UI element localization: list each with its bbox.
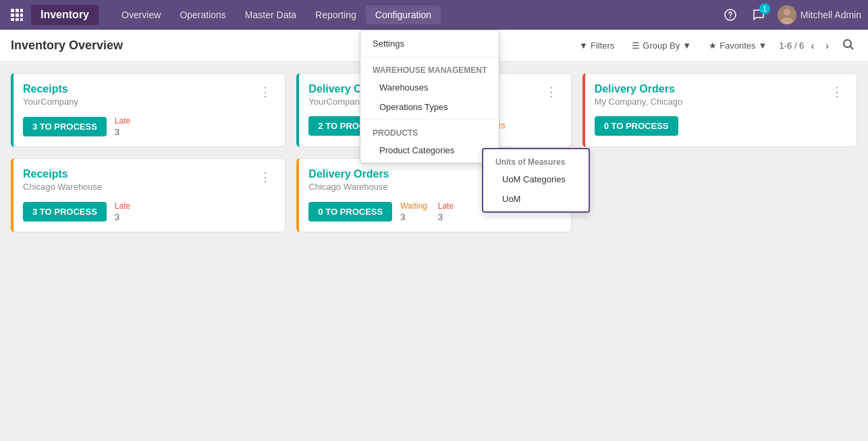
svg-line-15 — [850, 46, 854, 49]
svg-rect-2 — [20, 9, 23, 12]
pagination-prev[interactable]: ‹ — [807, 38, 818, 53]
menu-item-product-categories[interactable]: Product Categories — [360, 140, 499, 160]
svg-rect-1 — [16, 9, 19, 12]
avatar — [778, 5, 796, 24]
nav-item-operations[interactable]: Operations — [170, 5, 235, 24]
card-menu-btn[interactable]: ⋮ — [255, 168, 275, 186]
svg-rect-4 — [16, 14, 19, 17]
search-icon[interactable] — [840, 36, 857, 56]
card-subtitle: My Company, Chicago — [595, 97, 683, 107]
menu-item-uom-categories[interactable]: UoM Categories — [483, 170, 589, 189]
card-menu-btn[interactable]: ⋮ — [541, 83, 562, 101]
chat-badge: 1 — [759, 3, 770, 14]
grid-menu-icon[interactable] — [7, 5, 27, 25]
svg-rect-6 — [11, 18, 14, 21]
menu-item-uom[interactable]: UoM — [483, 189, 589, 209]
card-subtitle: Chicago Warehouse — [308, 182, 389, 192]
card-delivery-chicago: Delivery Orders My Company, Chicago ⋮ 0 … — [582, 73, 857, 147]
card-menu-btn[interactable]: ⋮ — [827, 83, 847, 101]
nav-item-reporting[interactable]: Reporting — [306, 5, 366, 24]
svg-rect-0 — [11, 9, 14, 12]
stat-value-late: 3 — [115, 212, 130, 222]
topbar-nav: Overview Operations Master Data Reportin… — [112, 5, 721, 24]
topbar-right: 1 Mitchell Admin — [721, 5, 861, 24]
card-title: Receipts — [23, 168, 102, 180]
card-title: Receipts — [23, 83, 78, 95]
process-button[interactable]: 0 TO PROCESS — [595, 116, 678, 136]
svg-rect-8 — [20, 18, 23, 21]
card-menu-btn[interactable]: ⋮ — [255, 83, 275, 101]
menu-section-products: Products — [360, 123, 499, 140]
nav-item-overview[interactable]: Overview — [112, 5, 170, 24]
help-icon[interactable] — [721, 5, 740, 24]
process-button[interactable]: 3 TO PROCESS — [23, 202, 107, 222]
configuration-dropdown: Settings Warehouse Management Warehouses… — [360, 30, 499, 163]
group-by-button[interactable]: ☰ Group By ▼ — [626, 38, 697, 53]
card-receipts-yourcompany: Receipts YourCompany ⋮ 3 TO PROCESS Late… — [11, 73, 286, 147]
process-button[interactable]: 3 TO PROCESS — [23, 117, 107, 136]
menu-item-settings[interactable]: Settings — [360, 33, 499, 54]
user-menu[interactable]: Mitchell Admin — [778, 5, 861, 24]
favorites-button[interactable]: ★ Favorites ▼ — [703, 38, 772, 53]
chat-icon[interactable]: 1 — [749, 5, 768, 24]
stat-label-late: Late — [115, 201, 130, 211]
app-name[interactable]: Inventory — [31, 5, 99, 25]
sub-dropdown-label: Units of Measures — [483, 152, 589, 170]
user-name: Mitchell Admin — [801, 9, 861, 20]
stat-label-late: Late — [438, 201, 454, 211]
card-subtitle: Chicago Warehouse — [23, 182, 102, 192]
pagination-next[interactable]: › — [821, 38, 833, 53]
sub-nav-right: ▼ Filters ☰ Group By ▼ ★ Favorites ▼ 1-6… — [574, 36, 857, 56]
stat-value-late: 3 — [115, 127, 130, 137]
card-stats: Late 3 — [115, 116, 275, 137]
svg-point-10 — [730, 18, 731, 19]
svg-point-12 — [784, 9, 790, 16]
filters-button[interactable]: ▼ Filters — [574, 38, 620, 53]
card-title: Delivery Orders — [308, 168, 389, 180]
units-sub-dropdown: Units of Measures UoM Categories UoM — [482, 148, 590, 213]
topbar: Inventory Overview Operations Master Dat… — [0, 0, 868, 30]
card-title: Delivery Orders — [595, 83, 683, 95]
svg-rect-5 — [20, 14, 23, 17]
page-title: Inventory Overview — [11, 38, 123, 53]
menu-item-warehouses[interactable]: Warehouses — [360, 78, 499, 97]
process-button[interactable]: 0 TO PROCESS — [308, 202, 392, 222]
nav-item-configuration[interactable]: Configuration — [366, 5, 441, 24]
menu-item-operations-types[interactable]: Operations Types — [360, 97, 499, 117]
stat-value-late: 3 — [438, 212, 454, 222]
svg-rect-3 — [11, 14, 14, 17]
stat-label-waiting: Waiting — [400, 201, 427, 211]
card-stats: Late 3 — [115, 201, 275, 222]
stat-label-late: Late — [115, 116, 130, 126]
svg-point-14 — [844, 40, 851, 47]
card-receipts-chicago: Receipts Chicago Warehouse ⋮ 3 TO PROCES… — [11, 158, 286, 232]
card-subtitle: YourCompany — [23, 97, 78, 107]
svg-rect-7 — [16, 18, 19, 21]
nav-item-master-data[interactable]: Master Data — [236, 5, 306, 24]
pagination: 1-6 / 6 ‹ › — [779, 38, 833, 53]
menu-section-warehouse: Warehouse Management — [360, 60, 499, 78]
stat-value-waiting: 3 — [400, 212, 427, 222]
